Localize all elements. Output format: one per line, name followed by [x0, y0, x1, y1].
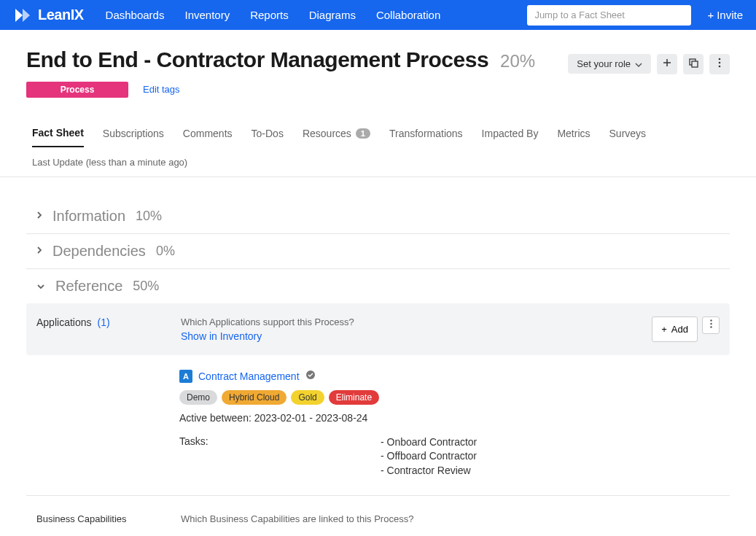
app-name-link[interactable]: Contract Management: [198, 370, 300, 382]
last-update: Last Update (less than a minute ago): [0, 148, 756, 177]
copy-button[interactable]: [683, 54, 704, 74]
tab-comments[interactable]: Comments: [183, 120, 233, 147]
invite-label: Invite: [717, 9, 743, 21]
set-role-button[interactable]: Set your role: [568, 54, 651, 74]
invite-button[interactable]: + Invite: [707, 9, 743, 21]
tag-row: Process Edit tags: [0, 82, 756, 112]
section-percent: 10%: [136, 209, 162, 224]
sections: Information 10% Dependencies 0% Referenc…: [0, 177, 756, 537]
applications-more-button[interactable]: [702, 316, 720, 334]
tab-label: Impacted By: [482, 128, 539, 139]
section-title: Information: [52, 208, 125, 225]
title-row: End to End - Contractor Management Proce…: [0, 30, 756, 82]
chevron-down-icon: [36, 280, 45, 292]
svg-rect-1: [692, 61, 698, 67]
tab-label: To-Dos: [252, 128, 284, 139]
add-label: Add: [671, 324, 688, 335]
tag-demo[interactable]: Demo: [179, 390, 217, 405]
tab-fact-sheet[interactable]: Fact Sheet: [32, 120, 84, 147]
tab-surveys[interactable]: Surveys: [609, 120, 647, 147]
application-item: A Contract Management Demo Hybrid Cloud …: [26, 355, 730, 496]
leanix-logo-icon: [13, 7, 32, 23]
copy-icon: [688, 58, 698, 70]
active-dates: Active between: 2023-02-01 - 2023-08-24: [179, 412, 720, 424]
top-nav: LeanIX Dashboards Inventory Reports Diag…: [0, 0, 756, 30]
applications-label: Applications: [36, 316, 92, 342]
svg-point-6: [710, 323, 712, 325]
plus-icon: +: [661, 324, 667, 335]
tabs: Fact Sheet Subscriptions Comments To-Dos…: [0, 120, 756, 148]
plus-icon: [663, 58, 671, 69]
add-application-button[interactable]: + Add: [652, 316, 698, 342]
tag-eliminate[interactable]: Eliminate: [329, 390, 379, 405]
plus-icon: +: [707, 9, 714, 21]
tab-resources[interactable]: Resources1: [303, 120, 370, 147]
tab-label: Fact Sheet: [32, 127, 84, 139]
svg-point-4: [719, 66, 721, 68]
tasks-list: - Onboard Contractor - Offboard Contract…: [381, 435, 477, 478]
completion-percent: 20%: [500, 51, 535, 71]
app-type-badge: A: [179, 370, 192, 383]
nav-diagrams[interactable]: Diagrams: [309, 9, 356, 21]
tab-label: Comments: [183, 128, 233, 139]
verified-icon: [305, 370, 316, 382]
more-button[interactable]: [709, 54, 730, 74]
applications-panel: Applications (1) Which Applications supp…: [26, 303, 730, 355]
tag-gold[interactable]: Gold: [291, 390, 324, 405]
type-badge: Process: [26, 82, 128, 98]
svg-point-3: [719, 62, 721, 64]
more-vertical-icon: [710, 319, 712, 330]
chevron-right-icon: [36, 245, 42, 257]
section-title: Dependencies: [52, 243, 146, 260]
svg-point-2: [719, 58, 721, 61]
tab-badge: 1: [356, 128, 370, 139]
brand-name: LeanIX: [38, 7, 84, 23]
edit-tags-link[interactable]: Edit tags: [143, 84, 180, 95]
tasks-label: Tasks:: [179, 435, 366, 478]
tab-label: Subscriptions: [103, 128, 164, 139]
section-dependencies[interactable]: Dependencies 0%: [26, 234, 730, 269]
section-percent: 0%: [156, 244, 175, 259]
task-item: - Offboard Contractor: [381, 449, 477, 464]
tab-label: Resources: [303, 128, 351, 139]
nav-reports[interactable]: Reports: [250, 9, 289, 21]
tab-impacted-by[interactable]: Impacted By: [482, 120, 539, 147]
nav-collaboration[interactable]: Collaboration: [376, 9, 440, 21]
section-information[interactable]: Information 10%: [26, 199, 730, 234]
more-vertical-icon: [718, 58, 721, 70]
nav-dashboards[interactable]: Dashboards: [106, 9, 165, 21]
business-capabilities-question: Which Business Capabilities are linked t…: [181, 513, 413, 524]
task-item: - Onboard Contractor: [381, 435, 477, 450]
search-input[interactable]: [527, 5, 691, 26]
tab-todos[interactable]: To-Dos: [252, 120, 284, 147]
section-reference[interactable]: Reference 50%: [26, 269, 730, 303]
applications-count[interactable]: (1): [98, 316, 110, 342]
business-capabilities-label: Business Capabilities: [36, 513, 144, 524]
section-title: Reference: [55, 278, 122, 295]
app-tags: Demo Hybrid Cloud Gold Eliminate: [179, 390, 720, 405]
chevron-right-icon: [36, 210, 42, 222]
set-role-label: Set your role: [577, 58, 631, 69]
task-item: - Contractor Review: [381, 464, 477, 478]
show-in-inventory-link[interactable]: Show in Inventory: [181, 330, 262, 342]
tab-transformations[interactable]: Transformations: [389, 120, 463, 147]
add-button[interactable]: [657, 54, 677, 74]
tab-label: Surveys: [609, 128, 647, 139]
business-capabilities-row: Business Capabilities Which Business Cap…: [26, 495, 730, 536]
tab-label: Metrics: [557, 128, 590, 139]
nav-inventory[interactable]: Inventory: [184, 9, 230, 21]
chevron-down-icon: [635, 58, 642, 69]
applications-question: Which Applications support this Process?: [181, 316, 615, 327]
tab-metrics[interactable]: Metrics: [557, 120, 590, 147]
brand-logo[interactable]: LeanIX: [13, 7, 84, 23]
page-title: End to End - Contractor Management Proce…: [26, 47, 488, 72]
section-percent: 50%: [133, 279, 159, 294]
tab-label: Transformations: [389, 128, 463, 139]
tab-subscriptions[interactable]: Subscriptions: [103, 120, 164, 147]
tag-hybrid-cloud[interactable]: Hybrid Cloud: [222, 390, 287, 405]
svg-point-5: [710, 319, 712, 321]
svg-point-7: [710, 326, 712, 327]
nav-links: Dashboards Inventory Reports Diagrams Co…: [106, 9, 441, 21]
